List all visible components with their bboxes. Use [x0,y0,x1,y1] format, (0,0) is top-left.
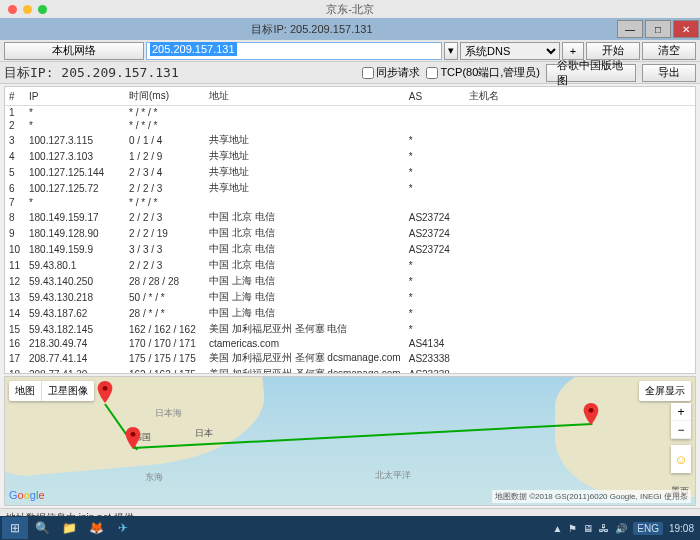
table-cell: 共享地址 [205,164,405,180]
maximize-button[interactable]: □ [645,20,671,38]
table-cell [405,106,465,120]
table-row[interactable]: 1559.43.182.145162 / 162 / 162美国 加利福尼亚州 … [5,321,695,337]
table-cell: 7 [5,196,25,209]
table-cell: 中国 北京 电信 [205,241,405,257]
map-panel[interactable]: 日本海 日本 韩国 东海 北太平洋 墨西 地图 卫星图像 全屏显示 + − ☺ … [4,376,696,506]
trace-table-wrap[interactable]: #IP时间(ms)地址AS主机名 1** / * / *2** / * / *3… [4,86,696,374]
column-header[interactable]: AS [405,87,465,106]
language-indicator[interactable]: ENG [633,522,663,535]
clock[interactable]: 19:08 [669,523,694,534]
task-icon[interactable]: 🔍 [29,517,55,539]
tray-icon[interactable]: 🖧 [599,523,609,534]
table-cell: * [25,119,125,132]
table-cell: 中国 上海 电信 [205,305,405,321]
tray-icon[interactable]: ▲ [552,523,562,534]
table-cell: 16 [5,337,25,350]
mac-minimize-icon[interactable] [23,5,32,14]
table-cell [465,132,695,148]
table-row[interactable]: 3100.127.3.1150 / 1 / 4共享地址* [5,132,695,148]
table-cell: AS4134 [405,337,465,350]
table-row[interactable]: 1** / * / * [5,106,695,120]
mac-zoom-icon[interactable] [38,5,47,14]
table-row[interactable]: 18208.77.41.30162 / 162 / 175美国 加利福尼亚州 圣… [5,366,695,374]
table-row[interactable]: 7** / * / * [5,196,695,209]
toolbar-2: 目标IP: 205.209.157.131 同步请求 TCP(80端口,管理员)… [0,62,700,84]
table-row[interactable]: 17208.77.41.14175 / 175 / 175美国 加利福尼亚州 圣… [5,350,695,366]
table-cell: 15 [5,321,25,337]
map-tab-map[interactable]: 地图 [9,381,42,401]
start-button-icon[interactable]: ⊞ [2,517,28,539]
table-cell: 218.30.49.74 [25,337,125,350]
column-header[interactable]: IP [25,87,125,106]
minimize-button[interactable]: — [617,20,643,38]
table-row[interactable]: 9180.149.128.902 / 2 / 19中国 北京 电信AS23724 [5,225,695,241]
table-cell: 100.127.125.144 [25,164,125,180]
table-row[interactable]: 5100.127.125.1442 / 3 / 4共享地址* [5,164,695,180]
zoom-in-button[interactable]: + [671,403,691,421]
tcp80-checkbox[interactable]: TCP(80端口,管理员) [426,65,540,80]
task-icon[interactable]: 📁 [56,517,82,539]
table-cell: 162 / 162 / 162 [125,321,205,337]
table-cell: * [405,305,465,321]
table-row[interactable]: 10180.149.159.93 / 3 / 3中国 北京 电信AS23724 [5,241,695,257]
column-header[interactable]: 主机名 [465,87,695,106]
table-row[interactable]: 1459.43.187.6228 / * / *中国 上海 电信* [5,305,695,321]
close-button[interactable]: ✕ [673,20,699,38]
clear-button[interactable]: 清空 [642,42,696,60]
table-cell: 18 [5,366,25,374]
column-header[interactable]: 时间(ms) [125,87,205,106]
google-map-button[interactable]: 谷歌中国版地图 [546,64,636,82]
table-cell [465,180,695,196]
task-icon[interactable]: ✈ [110,517,136,539]
map-pin-icon[interactable] [125,427,141,449]
table-cell: 3 / 3 / 3 [125,241,205,257]
table-row[interactable]: 16218.30.49.74170 / 170 / 171ctamericas.… [5,337,695,350]
table-row[interactable]: 6100.127.125.722 / 2 / 3共享地址* [5,180,695,196]
table-cell: AS23724 [405,241,465,257]
tray-icon[interactable]: 🖥 [583,523,593,534]
table-cell: ctamericas.com [205,337,405,350]
map-type-tabs[interactable]: 地图 卫星图像 [9,381,94,401]
map-pin-icon[interactable] [583,403,599,425]
table-cell: 2 / 2 / 19 [125,225,205,241]
table-cell: 59.43.187.62 [25,305,125,321]
task-icon[interactable]: 🦊 [83,517,109,539]
map-tab-satellite[interactable]: 卫星图像 [42,381,94,401]
tray-icon[interactable]: 🔊 [615,523,627,534]
streetview-peg-icon[interactable]: ☺ [671,445,691,473]
table-row[interactable]: 1159.43.80.12 / 2 / 3中国 北京 电信* [5,257,695,273]
dns-select[interactable]: 系统DNS [460,42,560,60]
column-header[interactable]: # [5,87,25,106]
table-cell: * / * / * [125,196,205,209]
table-cell: 100.127.125.72 [25,180,125,196]
table-cell: * [405,273,465,289]
windows-taskbar: ⊞ 🔍 📁 🦊 ✈ ▲ ⚑ 🖥 🖧 🔊 ENG 19:08 [0,516,700,540]
table-cell: * [405,132,465,148]
map-pin-icon[interactable] [97,381,113,403]
table-cell [405,119,465,132]
table-cell: * [405,257,465,273]
table-cell: 5 [5,164,25,180]
export-button[interactable]: 导出 [642,64,696,82]
table-cell [465,273,695,289]
zoom-out-button[interactable]: − [671,421,691,439]
ip-dropdown-icon[interactable]: ▾ [444,42,458,60]
table-cell: 50 / * / * [125,289,205,305]
google-logo: Google [9,489,45,501]
table-row[interactable]: 1259.43.140.25028 / 28 / 28中国 上海 电信* [5,273,695,289]
table-cell: * [405,148,465,164]
local-network-button[interactable]: 本机网络 [4,42,144,60]
table-cell: 208.77.41.14 [25,350,125,366]
table-row[interactable]: 1359.43.130.21850 / * / *中国 上海 电信* [5,289,695,305]
table-row[interactable]: 2** / * / * [5,119,695,132]
mac-close-icon[interactable] [8,5,17,14]
table-cell: 180.149.159.17 [25,209,125,225]
column-header[interactable]: 地址 [205,87,405,106]
map-fullscreen-button[interactable]: 全屏显示 [639,381,691,401]
table-row[interactable]: 4100.127.3.1031 / 2 / 9共享地址* [5,148,695,164]
table-cell [465,196,695,209]
tray-icon[interactable]: ⚑ [568,523,577,534]
table-row[interactable]: 8180.149.159.172 / 2 / 3中国 北京 电信AS23724 [5,209,695,225]
sync-request-checkbox[interactable]: 同步请求 [362,65,420,80]
target-ip-input[interactable]: 205.209.157.131 [146,42,442,60]
